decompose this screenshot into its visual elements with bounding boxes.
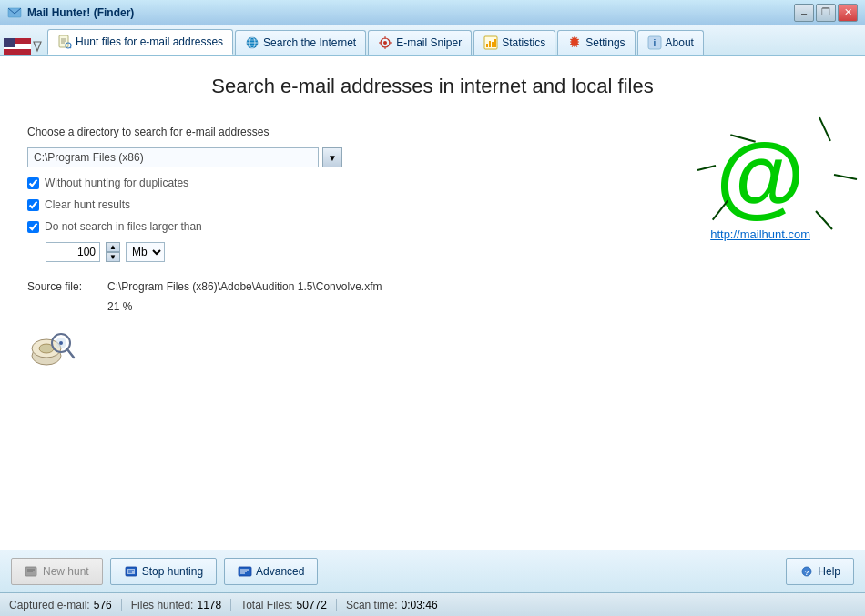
scan-section: Source file: C:\Program Files (x86)\Adob… bbox=[27, 280, 838, 373]
advanced-button[interactable]: Advanced bbox=[224, 558, 318, 585]
tab-statistics-label: Statistics bbox=[502, 36, 545, 49]
directory-label: Choose a directory to search for e-mail … bbox=[27, 126, 483, 138]
help-label: Help bbox=[818, 565, 840, 578]
tab-internet[interactable]: Search the Internet bbox=[235, 30, 366, 55]
settings-tab-icon bbox=[567, 35, 582, 50]
svg-text:?: ? bbox=[805, 569, 809, 577]
total-files-item: Total Files: 50772 bbox=[231, 599, 337, 611]
tab-internet-label: Search the Internet bbox=[263, 36, 356, 49]
minimize-button[interactable]: – bbox=[794, 4, 814, 22]
svg-marker-5 bbox=[34, 42, 41, 51]
svg-text:i: i bbox=[653, 38, 656, 48]
at-decoration: @ http://mailhunt.com bbox=[710, 129, 810, 241]
svg-rect-27 bbox=[494, 39, 496, 47]
total-files-label: Total Files: bbox=[240, 599, 292, 611]
size-unit-select[interactable]: Kb Mb Gb bbox=[126, 242, 165, 262]
svg-line-42 bbox=[710, 200, 731, 219]
at-decoration-lines bbox=[679, 111, 861, 257]
tab-about[interactable]: i About bbox=[637, 30, 704, 55]
scan-percent-row: 21 % bbox=[27, 298, 838, 313]
title-bar: Mail Hunter! (Finder) – ❐ ✕ bbox=[0, 0, 865, 25]
scan-source-label: Source file: bbox=[27, 280, 100, 293]
help-button[interactable]: ? Help bbox=[786, 558, 854, 585]
svg-rect-25 bbox=[489, 41, 491, 47]
checkbox-duplicates[interactable] bbox=[27, 177, 39, 189]
captured-email-value: 576 bbox=[94, 599, 112, 611]
restore-button[interactable]: ❐ bbox=[816, 4, 836, 22]
advanced-icon bbox=[238, 565, 252, 578]
tab-sniper[interactable]: E-mail Sniper bbox=[368, 30, 472, 55]
size-row: ▲ ▼ Kb Mb Gb bbox=[46, 242, 483, 262]
tab-settings-label: Settings bbox=[585, 36, 625, 49]
captured-email-label: Captured e-mail: bbox=[9, 599, 90, 611]
checkbox-duplicates-row: Without hunting for duplicates bbox=[27, 177, 483, 189]
main-content: Search e-mail addresses in internet and … bbox=[0, 56, 865, 550]
form-section: Choose a directory to search for e-mail … bbox=[27, 126, 483, 262]
directory-input-row: ▼ bbox=[27, 147, 483, 167]
checkbox-clear-label: Clear hunt results bbox=[45, 198, 130, 211]
scan-time-value: 0:03:46 bbox=[402, 599, 438, 611]
tab-settings[interactable]: Settings bbox=[557, 30, 635, 55]
size-up-button[interactable]: ▲ bbox=[106, 242, 120, 252]
checkbox-clear[interactable] bbox=[27, 199, 39, 211]
about-tab-icon: i bbox=[647, 35, 662, 50]
advanced-label: Advanced bbox=[256, 565, 304, 578]
browse-button[interactable]: ▼ bbox=[322, 147, 342, 167]
new-hunt-label: New hunt bbox=[43, 565, 89, 578]
app-icon bbox=[7, 5, 22, 20]
tab-statistics[interactable]: Statistics bbox=[473, 30, 555, 55]
new-hunt-button[interactable]: New hunt bbox=[11, 558, 103, 585]
finder-tab-icon bbox=[57, 35, 72, 49]
svg-line-36 bbox=[67, 349, 74, 358]
page-title: Search e-mail addresses in internet and … bbox=[27, 75, 838, 98]
flag-area bbox=[4, 38, 42, 55]
help-icon: ? bbox=[799, 565, 814, 578]
scan-percent-value: 21 % bbox=[107, 300, 132, 313]
svg-line-11 bbox=[70, 47, 71, 48]
svg-line-43 bbox=[816, 211, 832, 229]
scan-time-label: Scan time: bbox=[346, 599, 398, 611]
scan-source-value: C:\Program Files (x86)\Adobe\Audition 1.… bbox=[107, 280, 382, 293]
tab-about-label: About bbox=[666, 36, 694, 49]
captured-email-item: Captured e-mail: 576 bbox=[9, 599, 122, 611]
size-down-button[interactable]: ▼ bbox=[106, 252, 120, 262]
scan-icon bbox=[27, 328, 78, 373]
checkbox-filesize[interactable] bbox=[27, 221, 39, 233]
tab-sniper-label: E-mail Sniper bbox=[396, 36, 462, 49]
svg-line-41 bbox=[697, 166, 716, 170]
svg-rect-6 bbox=[59, 35, 68, 47]
svg-rect-4 bbox=[4, 38, 15, 47]
svg-line-39 bbox=[814, 117, 838, 141]
svg-line-38 bbox=[731, 126, 756, 150]
tab-finder-label: Hunt files for e-mail addresses bbox=[76, 35, 223, 48]
scan-source-row: Source file: C:\Program Files (x86)\Adob… bbox=[27, 280, 838, 293]
tab-finder[interactable]: Hunt files for e-mail addresses bbox=[47, 29, 233, 55]
stop-hunting-label: Stop hunting bbox=[142, 565, 203, 578]
status-bar: Captured e-mail: 576 Files hunted: 1178 … bbox=[0, 592, 865, 616]
stats-tab-icon bbox=[483, 35, 498, 50]
scan-time-item: Scan time: 0:03:46 bbox=[337, 599, 447, 611]
directory-input[interactable] bbox=[27, 147, 319, 167]
files-hunted-label: Files hunted: bbox=[131, 599, 194, 611]
stop-hunting-icon bbox=[124, 565, 138, 578]
ie-tab-icon bbox=[245, 35, 260, 50]
tab-bar: Hunt files for e-mail addresses Search t… bbox=[0, 25, 865, 56]
files-hunted-item: Files hunted: 1178 bbox=[122, 599, 231, 611]
svg-point-37 bbox=[59, 341, 63, 345]
size-spinner: ▲ ▼ bbox=[106, 242, 120, 262]
close-button[interactable]: ✕ bbox=[838, 4, 858, 22]
svg-rect-3 bbox=[4, 49, 31, 55]
svg-point-18 bbox=[383, 41, 387, 45]
sniper-tab-icon bbox=[378, 35, 392, 50]
checkbox-filesize-row: Do not search in files larger than bbox=[27, 220, 483, 233]
new-hunt-icon bbox=[25, 565, 39, 578]
buttons-bar: New hunt Stop hunting Advanced bbox=[0, 550, 865, 592]
checkbox-clear-row: Clear hunt results bbox=[27, 198, 483, 211]
app-title: Mail Hunter! (Finder) bbox=[27, 6, 794, 19]
window-controls: – ❐ ✕ bbox=[794, 4, 858, 22]
svg-line-40 bbox=[834, 175, 857, 179]
total-files-value: 50772 bbox=[297, 599, 327, 611]
stop-hunting-button[interactable]: Stop hunting bbox=[110, 558, 217, 585]
size-input[interactable] bbox=[46, 242, 100, 262]
checkbox-duplicates-label: Without hunting for duplicates bbox=[45, 177, 188, 189]
